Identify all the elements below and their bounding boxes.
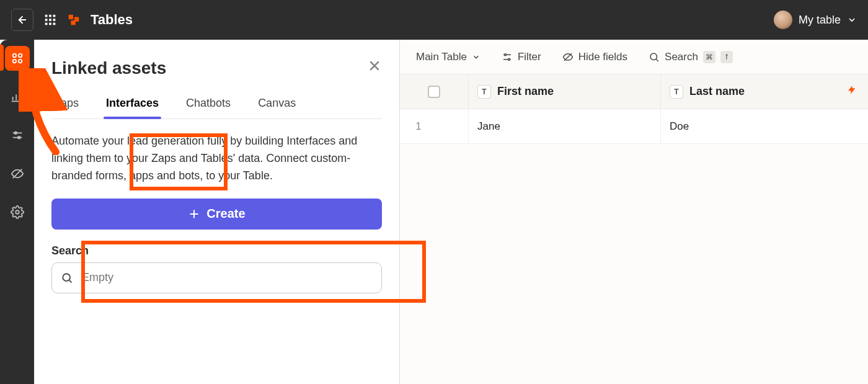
gear-icon <box>11 205 24 219</box>
svg-rect-8 <box>49 23 51 25</box>
table-row[interactable]: 1 Jane Doe <box>400 109 868 144</box>
sidebar-item-4[interactable] <box>5 161 30 186</box>
svg-rect-1 <box>45 15 48 17</box>
svg-point-18 <box>14 132 17 135</box>
svg-point-30 <box>504 53 506 55</box>
svg-rect-7 <box>45 23 48 25</box>
column-header-last-name[interactable]: T Last name <box>660 74 868 109</box>
table-header-row: T First name T Last name <box>400 74 868 109</box>
svg-point-13 <box>12 54 16 58</box>
sidebar <box>0 40 34 384</box>
cell-first-name[interactable]: Jane <box>468 109 660 143</box>
linked-assets-icon <box>11 51 24 65</box>
table-search-label: Search <box>665 51 698 63</box>
eye-off-icon <box>562 51 574 63</box>
panel-tabs: Zaps Interfaces Chatbots Canvas <box>51 88 382 119</box>
svg-rect-12 <box>71 20 75 25</box>
sidebar-active-accent <box>0 45 4 71</box>
sidebar-item-3[interactable] <box>5 123 30 148</box>
panel-title: Linked assets <box>51 58 382 78</box>
svg-point-32 <box>508 58 510 60</box>
eye-off-icon <box>11 167 24 181</box>
column-label: Last name <box>689 85 745 98</box>
shortcut-key: f <box>720 51 733 63</box>
chart-icon <box>11 90 24 104</box>
row-number: 1 <box>400 121 437 132</box>
product-logo-icon <box>67 13 81 27</box>
table-switcher[interactable]: My table <box>774 11 857 29</box>
sidebar-item-2[interactable] <box>5 84 30 109</box>
view-name: Main Table <box>416 51 467 63</box>
main: Linked assets Zaps Interfaces Chatbots C… <box>34 40 868 384</box>
table-search-button[interactable]: Search ⌘ f <box>649 51 733 63</box>
tab-canvas[interactable]: Canvas <box>255 88 298 118</box>
column-label: First name <box>497 85 554 98</box>
svg-rect-3 <box>53 15 56 17</box>
view-selector[interactable]: Main Table <box>416 51 480 63</box>
svg-point-27 <box>63 274 70 281</box>
linked-assets-panel: Linked assets Zaps Interfaces Chatbots C… <box>34 40 400 384</box>
svg-rect-9 <box>53 23 56 25</box>
filter-label: Filter <box>518 51 541 63</box>
svg-point-16 <box>18 60 22 63</box>
sidebar-item-linked-assets[interactable] <box>5 46 30 71</box>
search-label: Search <box>51 244 382 257</box>
user-table-label: My table <box>799 14 841 27</box>
cell-last-name[interactable]: Doe <box>660 109 868 143</box>
arrow-left-icon <box>17 14 28 25</box>
apps-grid-icon[interactable] <box>43 13 57 27</box>
svg-point-20 <box>17 136 20 139</box>
close-panel-button[interactable] <box>367 58 382 73</box>
filter-button[interactable]: Filter <box>502 51 541 63</box>
svg-rect-10 <box>69 15 73 19</box>
search-icon <box>61 272 73 284</box>
tab-zaps[interactable]: Zaps <box>51 88 81 118</box>
checkbox-icon <box>428 86 440 98</box>
sliders-icon <box>11 128 24 142</box>
product-title: Tables <box>91 12 133 28</box>
create-button[interactable]: Create <box>51 199 382 230</box>
avatar <box>774 11 792 29</box>
close-icon <box>367 58 382 73</box>
svg-line-28 <box>69 280 72 283</box>
search-icon <box>649 51 660 63</box>
svg-point-14 <box>18 54 22 58</box>
chevron-down-icon <box>847 15 857 25</box>
svg-point-15 <box>12 60 16 63</box>
table-toolbar: Main Table Filter Hide fields Search ⌘ f <box>400 40 868 74</box>
select-all-cell[interactable] <box>400 86 468 98</box>
search-input[interactable] <box>81 270 373 285</box>
text-type-icon: T <box>477 85 491 99</box>
create-button-label: Create <box>206 207 245 221</box>
chevron-down-icon <box>472 53 480 61</box>
svg-point-34 <box>650 53 657 60</box>
plus-icon <box>188 208 200 220</box>
text-type-icon: T <box>670 85 683 99</box>
svg-rect-4 <box>45 19 48 21</box>
tab-interfaces[interactable]: Interfaces <box>104 88 161 118</box>
bolt-icon[interactable] <box>847 85 857 98</box>
hide-fields-button[interactable]: Hide fields <box>562 51 627 63</box>
shortcut-cmd: ⌘ <box>703 51 715 63</box>
svg-line-35 <box>657 59 658 61</box>
column-header-first-name[interactable]: T First name <box>468 74 660 109</box>
back-button[interactable] <box>11 9 33 31</box>
svg-point-22 <box>16 210 19 214</box>
svg-rect-6 <box>53 19 56 21</box>
hide-fields-label: Hide fields <box>578 51 627 63</box>
svg-rect-2 <box>49 15 51 17</box>
top-header: Tables My table <box>0 0 868 40</box>
panel-description: Automate your lead generation fully by b… <box>51 133 382 185</box>
table-area: Main Table Filter Hide fields Search ⌘ f <box>400 40 868 384</box>
sidebar-item-settings[interactable] <box>5 200 30 225</box>
svg-rect-5 <box>49 19 51 21</box>
search-box[interactable] <box>51 262 382 293</box>
tab-chatbots[interactable]: Chatbots <box>184 88 233 118</box>
filter-icon <box>502 51 513 63</box>
